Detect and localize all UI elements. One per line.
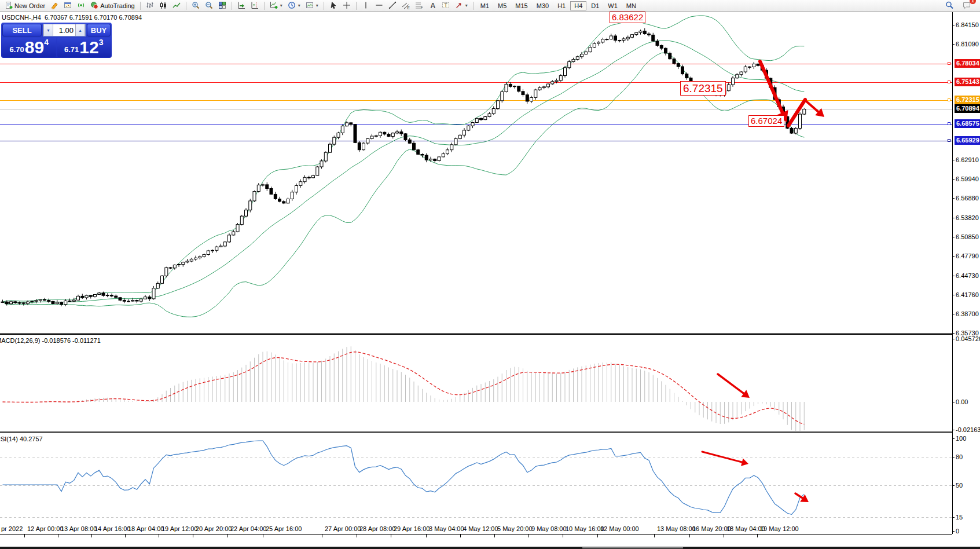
sell-price-main: 89 bbox=[25, 39, 44, 56]
buy-button[interactable]: BUY bbox=[87, 24, 111, 36]
trend-arrow-line[interactable] bbox=[760, 61, 783, 112]
trend-arrow-line[interactable] bbox=[806, 101, 818, 112]
panel-frame bbox=[0, 12, 980, 549]
chart-ohlc-header: USDCNH-,H4 6.70367 6.71591 6.70170 6.708… bbox=[2, 14, 142, 21]
candles-layer bbox=[1, 28, 806, 306]
sell-price-prefix: 6.70 bbox=[10, 45, 24, 56]
macd-label: MACD(12,26,9) -0.018576 -0.011271 bbox=[0, 337, 101, 344]
bollinger-lower bbox=[3, 53, 805, 317]
bollinger-bands bbox=[3, 16, 805, 317]
one-click-trading-panel: SELL ▾ 1.00 ▴ BUY 6.70894 6.71123 bbox=[1, 23, 112, 58]
chart-symbol: USDCNH-,H4 bbox=[2, 14, 41, 21]
macd-indicator bbox=[3, 346, 805, 433]
volume-input[interactable]: 1.00 bbox=[53, 24, 75, 36]
chart-canvas[interactable] bbox=[0, 0, 980, 549]
rsi-indicator bbox=[0, 441, 952, 518]
buy-price-prefix: 6.71 bbox=[64, 45, 79, 56]
buy-price-pip: 3 bbox=[99, 38, 104, 47]
trend-arrow-head[interactable] bbox=[741, 390, 750, 398]
trend-arrow-head[interactable] bbox=[741, 458, 748, 466]
bollinger-middle bbox=[3, 41, 805, 303]
buy-price-main: 12 bbox=[79, 39, 98, 56]
volume-decrease-button[interactable]: ▾ bbox=[43, 24, 53, 36]
mt4-window: New OrderAutoTrading▾▾▾EFAT▾M1M5M15M30H1… bbox=[0, 0, 980, 549]
buy-price[interactable]: 6.71123 bbox=[57, 38, 111, 57]
trend-arrow-line[interactable] bbox=[795, 493, 802, 498]
chart-area[interactable]: USDCNH-,H4 6.70367 6.71591 6.70170 6.708… bbox=[0, 12, 980, 549]
trend-arrow-line[interactable] bbox=[718, 374, 744, 393]
sell-button[interactable]: SELL bbox=[2, 24, 42, 36]
rsi-label: RSI(14) 40.2757 bbox=[0, 435, 43, 442]
bollinger-upper bbox=[3, 16, 805, 302]
volume-stepper[interactable]: ▾ 1.00 ▴ bbox=[43, 24, 86, 36]
chart-ohlc-values: 6.70367 6.71591 6.70170 6.70894 bbox=[45, 14, 142, 21]
volume-increase-button[interactable]: ▴ bbox=[75, 24, 85, 36]
sell-price-pip: 4 bbox=[44, 38, 49, 47]
sell-price[interactable]: 6.70894 bbox=[2, 38, 56, 57]
annotation-arrows[interactable] bbox=[702, 61, 824, 502]
trend-arrow-line[interactable] bbox=[702, 452, 742, 462]
